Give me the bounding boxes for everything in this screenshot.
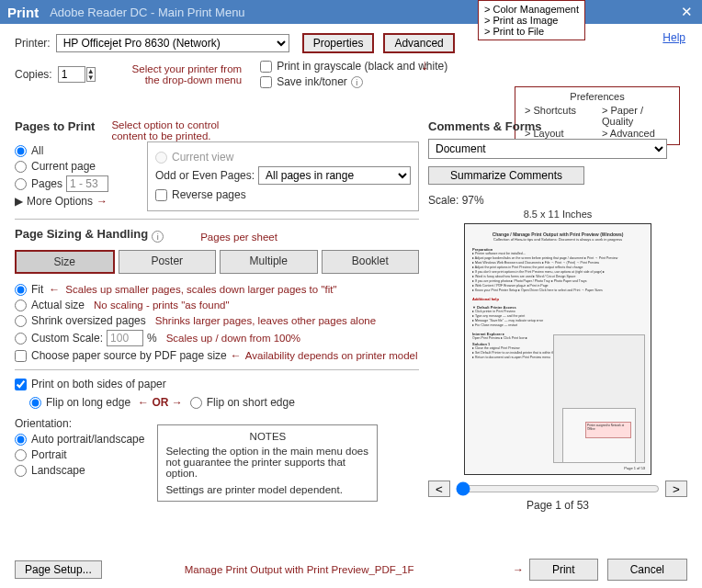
arrow-down-icon: ↓ — [421, 57, 428, 74]
print-preview: Change / Manage Print Output with Print … — [464, 223, 651, 475]
reverse-pages-checkbox[interactable]: Reverse pages — [155, 188, 411, 201]
tab-size[interactable]: Size — [15, 250, 115, 274]
paper-dimensions: 8.5 x 11 Inches — [428, 209, 687, 220]
scale-label: Scale: 97% — [428, 194, 687, 207]
custom-scale-input[interactable] — [107, 330, 143, 346]
tab-poster[interactable]: Poster — [119, 250, 217, 274]
opt-all[interactable]: All — [15, 144, 136, 157]
comments-header: Comments & Forms — [428, 119, 687, 133]
opt-current-view[interactable]: Current view — [155, 151, 411, 164]
opt-auto-orient[interactable]: Auto portrait/landscape — [15, 433, 144, 446]
more-options-toggle[interactable]: ▶ More Options → — [15, 195, 136, 208]
print-button[interactable]: Print — [529, 559, 598, 581]
next-page-button[interactable]: > — [665, 481, 687, 497]
callout-item: > Print as Image — [484, 15, 579, 26]
odd-even-select[interactable]: All pages in range — [258, 166, 411, 185]
copies-label: Copies: — [15, 68, 52, 81]
flip-long-edge[interactable]: Flip on long edge — [29, 396, 130, 409]
flip-short-edge[interactable]: Flip on short edge — [190, 396, 295, 409]
callout-item: > Color Management — [484, 4, 579, 15]
footer-note: Manage Print Output with Print Preview_P… — [185, 564, 414, 575]
copies-input[interactable] — [58, 66, 85, 83]
summarize-button[interactable]: Summarize Comments — [428, 166, 584, 185]
advanced-callout: > Color Management > Print as Image > Pr… — [478, 0, 585, 40]
opt-custom-scale[interactable]: Custom Scale: % Scales up / down from 10… — [15, 330, 419, 346]
tab-multiple[interactable]: Multiple — [220, 250, 318, 274]
info-icon[interactable]: i — [152, 231, 164, 243]
opt-portrait[interactable]: Portrait — [15, 448, 144, 461]
pages-range-input[interactable] — [66, 175, 108, 192]
odd-even-label: Odd or Even Pages: — [155, 169, 255, 182]
grayscale-checkbox[interactable]: Print in grayscale (black and white) — [260, 60, 447, 73]
advanced-button[interactable]: Advanced — [383, 33, 454, 53]
preview-screenshot-icon: Printer assigned to Network at Offline — [562, 408, 636, 463]
properties-button[interactable]: Properties — [302, 33, 375, 53]
prefs-title: Preferences — [525, 91, 670, 102]
comments-select[interactable]: Document — [428, 139, 667, 159]
sizing-header: Page Sizing & Handling — [15, 227, 148, 241]
arrow-right-icon: → — [513, 563, 524, 576]
opt-pages[interactable]: Pages — [15, 175, 136, 192]
opt-fit[interactable]: Fit ←Scales up smaller pages, scales dow… — [15, 283, 419, 296]
page-slider[interactable] — [456, 481, 660, 496]
opt-landscape[interactable]: Landscape — [15, 464, 144, 477]
printer-select[interactable]: HP Officejet Pro 8630 (Network) — [56, 34, 289, 52]
notes-header: NOTES — [165, 431, 369, 442]
saveink-checkbox[interactable]: Save ink/toneri — [260, 75, 447, 88]
opt-current-page[interactable]: Current page — [15, 160, 136, 173]
pages-to-print-header: Pages to Print — [15, 119, 95, 136]
cancel-button[interactable]: Cancel — [607, 559, 687, 581]
notes-box: NOTES Selecting the option in the main m… — [157, 424, 378, 502]
close-icon[interactable]: ✕ — [681, 4, 693, 20]
dialog-subtitle: Adobe Reader DC - Main Print Menu — [50, 6, 244, 19]
spin-down-icon[interactable]: ▼ — [87, 74, 95, 81]
both-sides-checkbox[interactable]: Print on both sides of paper — [15, 378, 419, 390]
pages-per-sheet-annot: Pages per sheet — [200, 232, 277, 243]
opt-actual-size[interactable]: Actual size No scaling - prints "as foun… — [15, 299, 419, 311]
page-indicator: Page 1 of 53 — [428, 499, 687, 512]
printer-annotation: Select your printer from the drop-down m… — [132, 63, 243, 85]
printer-label: Printer: — [15, 37, 51, 50]
page-setup-button[interactable]: Page Setup... — [15, 560, 102, 579]
paper-source-checkbox[interactable]: Choose paper source by PDF page size ←Av… — [15, 349, 419, 362]
prev-page-button[interactable]: < — [428, 481, 450, 497]
opt-shrink[interactable]: Shrink oversized pages Shrinks larger pa… — [15, 314, 419, 327]
tab-booklet[interactable]: Booklet — [322, 250, 420, 274]
dialog-title: Print — [7, 5, 39, 20]
orientation-label: Orientation: — [15, 417, 144, 430]
pages-annotation: Select option to controlcontent to be pr… — [111, 119, 219, 141]
callout-item: > Print to File — [484, 26, 579, 37]
titlebar: Print Adobe Reader DC - Main Print Menu … — [0, 0, 702, 24]
info-icon[interactable]: i — [351, 76, 363, 88]
